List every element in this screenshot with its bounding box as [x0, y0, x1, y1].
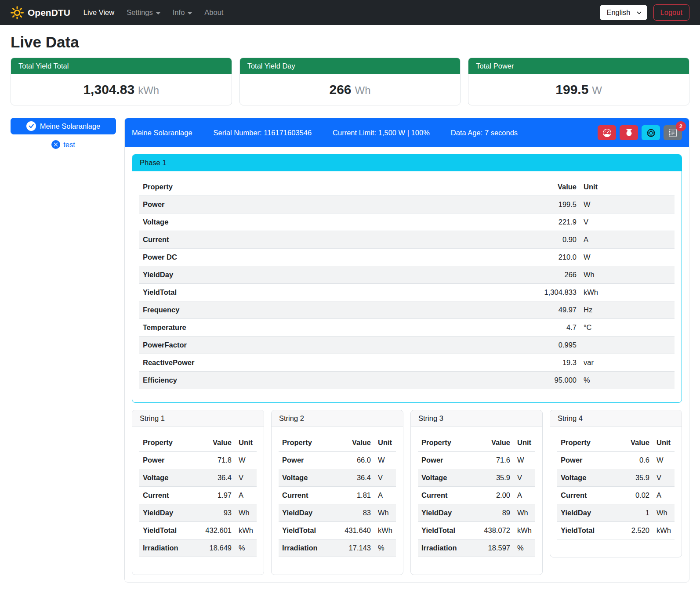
string-4-table: Property Value Unit Power0.6WVoltage35.9… — [557, 434, 675, 539]
string-1-card: String 1 Property Value Unit — [132, 410, 264, 575]
language-value: English — [606, 8, 630, 16]
property-cell: Efficiency — [139, 372, 523, 389]
value-cell: 266 — [523, 266, 580, 284]
string-card-header: String 4 — [550, 410, 682, 427]
property-cell: Power DC — [139, 249, 523, 266]
column-header-value: Value — [195, 434, 235, 452]
unit-cell: V — [580, 213, 675, 231]
total-yield-total-card: Total Yield Total 1,304.83kWh — [11, 58, 232, 105]
value-cell: 71.8 — [195, 452, 235, 469]
inverter-serial: Serial Number: 116171603546 — [214, 129, 312, 137]
summary-cards-row: Total Yield Total 1,304.83kWh Total Yiel… — [11, 58, 689, 105]
unit-cell: Hz — [580, 301, 675, 319]
inverter-card: Meine Solaranlage Serial Number: 1161716… — [124, 118, 689, 583]
property-cell: Power — [557, 452, 613, 469]
nav-item-about[interactable]: About — [204, 8, 223, 17]
unit-cell: % — [235, 539, 257, 557]
card-title: Total Yield Day — [240, 58, 461, 74]
property-cell: Power — [279, 452, 334, 469]
value-cell: 66.0 — [334, 452, 374, 469]
table-header-row: Property Value Unit — [418, 434, 535, 452]
column-header-property: Property — [279, 434, 334, 452]
table-row: Temperature4.7°C — [139, 319, 675, 336]
unit-cell — [580, 336, 675, 354]
table-row: YieldTotal1,304.833kWh — [139, 284, 675, 301]
table-row: Irradiation18.649% — [139, 539, 257, 557]
top-navbar: OpenDTU Live View Settings Info About En… — [0, 0, 700, 25]
device-info-button[interactable] — [642, 125, 660, 140]
table-row: Irradiation17.143% — [279, 539, 396, 557]
language-select[interactable]: English — [600, 5, 647, 20]
value-cell: 36.4 — [334, 469, 374, 487]
table-row: Current1.81A — [279, 487, 396, 504]
property-cell: Power — [418, 452, 473, 469]
unit-cell: W — [580, 249, 675, 266]
property-cell: YieldDay — [418, 504, 473, 522]
property-cell: YieldDay — [139, 504, 195, 522]
nav-item-settings[interactable]: Settings — [127, 8, 160, 17]
value-cell: 95.000 — [523, 372, 580, 389]
property-cell: Voltage — [279, 469, 334, 487]
value-cell: 18.649 — [195, 539, 235, 557]
table-row: Power0.6W — [557, 452, 675, 469]
column-header-unit: Unit — [653, 434, 675, 452]
phase-card-body: Property Value Unit Power199.5WVoltage22… — [132, 171, 682, 402]
event-log-button[interactable]: 2 — [664, 125, 682, 140]
property-cell: YieldDay — [279, 504, 334, 522]
total-power-value: 199.5 — [555, 82, 588, 97]
string-2-table: Property Value Unit Power66.0WVoltage36.… — [279, 434, 396, 557]
inverter-item-test[interactable]: test — [11, 140, 116, 149]
property-cell: Current — [139, 231, 523, 249]
table-row: Current2.00A — [418, 487, 535, 504]
phase-1-card: Phase 1 Property Value Unit — [132, 154, 682, 403]
value-cell: 0.90 — [523, 231, 580, 249]
value-cell: 4.7 — [523, 319, 580, 336]
power-settings-button[interactable] — [620, 125, 638, 140]
strings-row: String 1 Property Value Unit — [132, 410, 682, 575]
table-row: Current0.02A — [557, 487, 675, 504]
value-cell: 35.9 — [613, 469, 653, 487]
unit-cell: kWh — [580, 284, 675, 301]
unit-cell: Wh — [653, 504, 675, 522]
value-cell: 1 — [613, 504, 653, 522]
table-row: PowerFactor0.995 — [139, 336, 675, 354]
nav-item-live-view[interactable]: Live View — [83, 8, 114, 17]
property-cell: YieldTotal — [139, 284, 523, 301]
string-card-header: String 1 — [132, 410, 264, 427]
column-header-value: Value — [334, 434, 374, 452]
column-header-unit: Unit — [580, 178, 675, 196]
inverter-item-test-label: test — [63, 141, 75, 149]
nav-item-info[interactable]: Info — [173, 8, 192, 17]
string-4-card: String 4 Property Value Unit — [550, 410, 682, 557]
property-cell: Voltage — [139, 469, 195, 487]
chevron-down-icon — [188, 12, 192, 14]
column-header-unit: Unit — [514, 434, 535, 452]
value-cell: 438.072 — [473, 522, 514, 539]
table-row: Power DC210.0W — [139, 249, 675, 266]
value-cell: 0.995 — [523, 336, 580, 354]
table-row: YieldDay89Wh — [418, 504, 535, 522]
column-header-property: Property — [139, 178, 523, 196]
value-cell: 199.5 — [523, 196, 580, 213]
inverter-limit: Current Limit: 1,500 W | 100% — [333, 129, 430, 137]
unit-cell: var — [580, 354, 675, 372]
limit-settings-button[interactable] — [598, 125, 616, 140]
property-cell: Irradiation — [139, 539, 195, 557]
table-row: Power199.5W — [139, 196, 675, 213]
table-row: Power71.6W — [418, 452, 535, 469]
property-cell: YieldTotal — [139, 522, 195, 539]
table-row: YieldDay93Wh — [139, 504, 257, 522]
table-row: Voltage35.9V — [557, 469, 675, 487]
inverter-select-button[interactable]: Meine Solaranlage — [11, 118, 116, 134]
logout-button[interactable]: Logout — [653, 4, 689, 21]
total-yield-day-value: 266 — [329, 82, 351, 97]
table-row: Current0.90A — [139, 231, 675, 249]
total-power-unit: W — [592, 84, 602, 96]
table-row: YieldTotal432.601kWh — [139, 522, 257, 539]
brand[interactable]: OpenDTU — [11, 6, 70, 19]
value-cell: 0.02 — [613, 487, 653, 504]
property-cell: Temperature — [139, 319, 523, 336]
value-cell: 221.9 — [523, 213, 580, 231]
unit-cell: Wh — [514, 504, 535, 522]
brand-title: OpenDTU — [28, 7, 70, 18]
